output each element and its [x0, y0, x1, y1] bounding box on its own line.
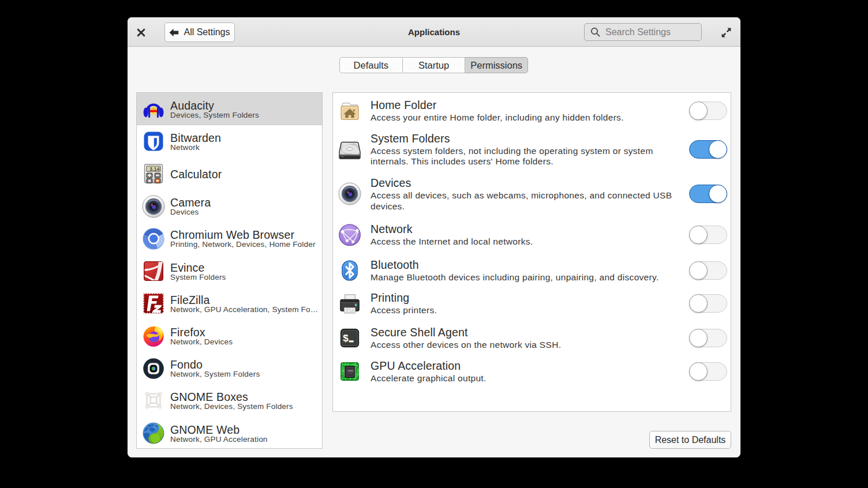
svg-text:3.14: 3.14 — [149, 166, 160, 172]
svg-text:P85: P85 — [347, 369, 353, 373]
svg-text:$: $ — [343, 333, 349, 344]
